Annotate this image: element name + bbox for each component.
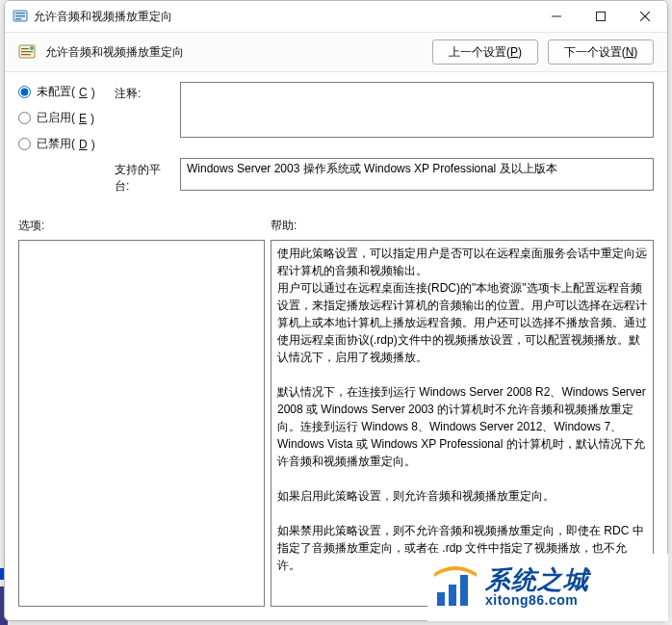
svg-rect-8 xyxy=(21,51,33,52)
config-row: 未配置(C) 已启用(E) 已禁用(D) 注释: xyxy=(18,82,654,152)
section-labels: 选项: 帮助: xyxy=(18,218,654,234)
minimize-button[interactable] xyxy=(534,1,579,32)
next-setting-button[interactable]: 下一个设置(N) xyxy=(548,39,654,65)
brand-url: xitong86.com xyxy=(485,593,589,608)
radio-disabled[interactable]: 已禁用(D) xyxy=(18,136,103,152)
svg-rect-13 xyxy=(460,575,468,606)
svg-rect-7 xyxy=(21,48,29,49)
comment-block: 注释: xyxy=(115,82,654,138)
policy-app-icon xyxy=(13,9,28,24)
previous-setting-button[interactable]: 上一个设置(P) xyxy=(432,39,538,65)
comment-label: 注释: xyxy=(115,82,172,138)
help-panel[interactable]: 使用此策略设置，可以指定用户是否可以在远程桌面服务会话中重定向远程计算机的音频和… xyxy=(271,240,654,607)
dialog-window: 允许音频和视频播放重定向 允许音频和视频播放重定向 上一个设置(P) 下一个设置… xyxy=(4,0,668,621)
radio-not-configured[interactable]: 未配置(C) xyxy=(18,84,103,100)
dialog-body: 未配置(C) 已启用(E) 已禁用(D) 注释: 支持的平台: Windows … xyxy=(5,72,667,620)
radio-not-configured-input[interactable] xyxy=(18,86,31,98)
platform-row: 支持的平台: Windows Server 2003 操作系统或 Windows… xyxy=(115,158,654,195)
comment-textarea[interactable] xyxy=(180,82,654,138)
svg-rect-5 xyxy=(597,13,606,21)
panels: 使用此策略设置，可以指定用户是否可以在远程桌面服务会话中重定向远程计算机的音频和… xyxy=(18,240,654,607)
svg-rect-11 xyxy=(437,592,445,606)
maximize-button[interactable] xyxy=(579,1,623,32)
brand-logo-text: 系统之城 xitong86.com xyxy=(485,567,589,608)
radio-enabled[interactable]: 已启用(E) xyxy=(18,110,103,126)
brand-name-cn: 系统之城 xyxy=(485,567,589,593)
svg-rect-2 xyxy=(15,15,25,16)
radio-enabled-input[interactable] xyxy=(18,112,31,124)
window-title: 允许音频和视频播放重定向 xyxy=(34,9,534,25)
window-controls xyxy=(534,1,667,32)
platform-label: 支持的平台: xyxy=(115,158,172,195)
svg-point-10 xyxy=(30,46,34,50)
toolbar: 允许音频和视频播放重定向 上一个设置(P) 下一个设置(N) xyxy=(5,32,667,72)
brand-logo-icon xyxy=(431,563,479,612)
policy-title: 允许音频和视频播放重定向 xyxy=(45,44,423,61)
svg-rect-3 xyxy=(15,18,21,19)
watermark-logo: 系统之城 xitong86.com xyxy=(427,554,668,621)
help-label: 帮助: xyxy=(271,218,654,234)
close-button[interactable] xyxy=(623,1,667,32)
svg-rect-12 xyxy=(449,585,456,606)
policy-icon xyxy=(18,43,36,61)
svg-rect-9 xyxy=(21,54,31,55)
radio-disabled-input[interactable] xyxy=(18,138,31,150)
state-radio-group: 未配置(C) 已启用(E) 已禁用(D) xyxy=(18,82,103,152)
platform-box: Windows Server 2003 操作系统或 Windows XP Pro… xyxy=(180,158,654,191)
options-label: 选项: xyxy=(18,218,271,234)
svg-rect-4 xyxy=(552,16,561,17)
options-panel[interactable] xyxy=(18,240,265,607)
svg-rect-1 xyxy=(15,13,25,13)
title-bar: 允许音频和视频播放重定向 xyxy=(5,1,667,32)
